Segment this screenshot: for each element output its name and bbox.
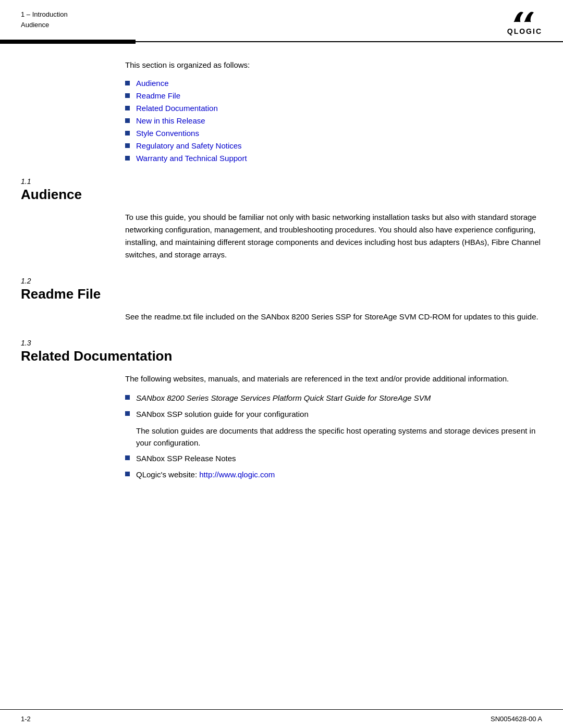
related-item-4-prefix: QLogic's website: xyxy=(136,470,199,479)
section-readme: 1.2 Readme File See the readme.txt file … xyxy=(21,277,542,323)
toc-list: Audience Readme File Related Documentati… xyxy=(125,79,542,163)
page-header: 1 – Introduction Audience QLOGIC xyxy=(0,0,563,35)
breadcrumb-section: Audience xyxy=(21,20,68,30)
list-item: QLogic's website: http://www.qlogic.com xyxy=(125,469,542,481)
bullet-icon xyxy=(125,81,130,85)
section-heading-readme: Readme File xyxy=(21,286,542,302)
list-item: Related Documentation xyxy=(125,104,542,113)
page-container: 1 – Introduction Audience QLOGIC This se… xyxy=(0,0,563,728)
audience-paragraph: To use this guide, you should be familia… xyxy=(125,211,542,261)
toc-link-related-docs[interactable]: Related Documentation xyxy=(136,104,218,113)
intro-text: This section is organized as follows: xyxy=(125,60,542,69)
toc-link-audience[interactable]: Audience xyxy=(136,79,169,88)
qlogic-logo-icon xyxy=(509,7,540,26)
related-item-2-note: The solution guides are documents that a… xyxy=(136,425,542,449)
bullet-icon xyxy=(125,156,130,161)
section-audience: 1.1 Audience To use this guide, you shou… xyxy=(21,177,542,261)
page-footer: 1-2 SN0054628-00 A xyxy=(0,709,563,728)
list-item: Warranty and Technical Support xyxy=(125,154,542,163)
qlogic-website-link[interactable]: http://www.qlogic.com xyxy=(199,470,275,479)
related-item-3: SANbox SSP Release Notes xyxy=(136,454,236,463)
list-item: SANbox 8200 Series Storage Services Plat… xyxy=(125,392,542,404)
list-item: SANbox SSP Release Notes xyxy=(125,453,542,465)
section-num-1-1: 1.1 xyxy=(21,177,542,186)
related-item-2: SANbox SSP solution guide for your confi… xyxy=(136,410,309,418)
qlogic-logo-text: QLOGIC xyxy=(507,27,542,35)
main-content: This section is organized as follows: Au… xyxy=(0,45,563,709)
section-num-1-2: 1.2 xyxy=(21,277,542,285)
bullet-icon xyxy=(125,118,130,123)
bullet-icon xyxy=(125,93,130,98)
section-heading-related-docs: Related Documentation xyxy=(21,348,542,364)
list-item: Audience xyxy=(125,79,542,88)
breadcrumb-chapter: 1 – Introduction xyxy=(21,9,68,20)
header-rule xyxy=(0,40,563,45)
bullet-icon xyxy=(125,106,130,110)
list-item: New in this Release xyxy=(125,116,542,125)
readme-paragraph: See the readme.txt file included on the … xyxy=(125,311,542,323)
list-item: Readme File xyxy=(125,91,542,100)
header-breadcrumb: 1 – Introduction Audience xyxy=(21,9,68,30)
footer-doc-number: SN0054628-00 A xyxy=(491,715,542,723)
section-body-readme: See the readme.txt file included on the … xyxy=(125,311,542,323)
section-body-audience: To use this guide, you should be familia… xyxy=(125,211,542,261)
bullet-icon xyxy=(125,395,130,400)
list-item: Regulatory and Safety Notices xyxy=(125,141,542,150)
section-body-related-docs: The following websites, manuals, and mat… xyxy=(125,373,542,480)
related-item-1: SANbox 8200 Series Storage Services Plat… xyxy=(136,393,431,402)
related-docs-list-2: SANbox SSP Release Notes QLogic's websit… xyxy=(125,453,542,480)
footer-page-number: 1-2 xyxy=(21,715,31,723)
toc-link-regulatory[interactable]: Regulatory and Safety Notices xyxy=(136,141,242,150)
toc-link-readme[interactable]: Readme File xyxy=(136,91,180,100)
bullet-icon xyxy=(125,131,130,135)
list-item: Style Conventions xyxy=(125,129,542,138)
bullet-icon xyxy=(125,411,130,416)
toc-link-warranty[interactable]: Warranty and Technical Support xyxy=(136,154,247,163)
section-heading-audience: Audience xyxy=(21,187,542,203)
qlogic-logo: QLOGIC xyxy=(507,7,542,35)
bullet-icon xyxy=(125,472,130,476)
toc-link-style[interactable]: Style Conventions xyxy=(136,129,199,138)
header-rule-dark xyxy=(0,40,136,44)
section-num-1-3: 1.3 xyxy=(21,339,542,347)
related-docs-list: SANbox 8200 Series Storage Services Plat… xyxy=(125,392,542,420)
section-related-docs: 1.3 Related Documentation The following … xyxy=(21,339,542,480)
related-docs-intro: The following websites, manuals, and mat… xyxy=(125,373,542,385)
header-rule-light xyxy=(136,41,563,42)
toc-link-new-release[interactable]: New in this Release xyxy=(136,116,205,125)
bullet-icon xyxy=(125,143,130,148)
bullet-icon xyxy=(125,455,130,460)
list-item: SANbox SSP solution guide for your confi… xyxy=(125,409,542,421)
